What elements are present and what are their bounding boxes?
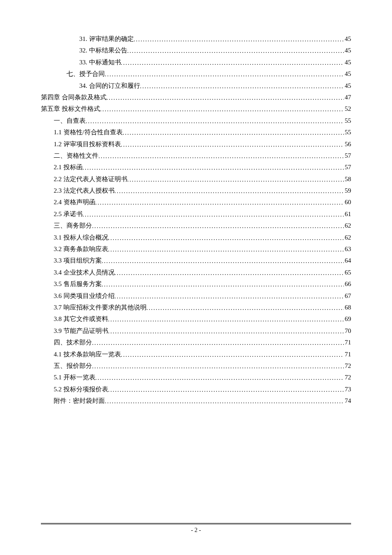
toc-entry-label: 3.7 响应招标文件要求的其他说明 (54, 302, 147, 313)
toc-dot-leader (92, 338, 344, 349)
toc-dot-leader (108, 384, 344, 396)
toc-entry-page: 58 (344, 173, 351, 185)
toc-entry-label: 3.9 节能产品证明书 (54, 325, 108, 337)
toc-dot-leader (108, 244, 344, 255)
toc-entry-label: 3.8 其它文件或资料 (54, 313, 108, 325)
toc-entry: 2.3 法定代表人授权书 59 (41, 185, 351, 197)
toc-entry-label: 31. 评审结果的确定 (79, 33, 134, 45)
toc-entry: 4.1 技术条款响应一览表 71 (41, 349, 351, 360)
toc-entry: 34. 合同的订立和履行 45 (41, 80, 351, 92)
toc-entry-label: 3.3 项目组织方案 (54, 255, 102, 266)
toc-entry-label: 5.2 投标分项报价表 (54, 384, 108, 395)
toc-entry-label: 2.5 承诺书 (54, 208, 83, 220)
toc-entry-label: 第五章 投标文件格式 (41, 103, 100, 115)
toc-entry: 第五章 投标文件格式 52 (41, 103, 351, 115)
toc-entry-page: 65 (344, 267, 351, 278)
toc-entry-page: 61 (344, 208, 351, 220)
toc-entry-label: 2.3 法定代表人授权书 (54, 185, 115, 197)
toc-entry: 3.9 节能产品证明书 70 (41, 325, 351, 337)
toc-entry-page: 47 (344, 92, 351, 103)
toc-entry-page: 70 (344, 325, 351, 337)
toc-entry: 31. 评审结果的确定 45 (41, 33, 351, 45)
toc-entry: 3.2 商务条款响应表 63 (41, 243, 351, 255)
toc-entry-label: 3.1 投标人综合概况 (54, 232, 108, 243)
toc-entry: 2.5 承诺书 61 (41, 208, 351, 220)
toc-entry-page: 74 (344, 395, 351, 407)
toc-entry-label: 五、报价部分 (54, 360, 92, 372)
toc-entry-page: 71 (344, 349, 351, 360)
toc-entry-page: 62 (344, 220, 351, 231)
toc-entry-page: 56 (344, 139, 351, 150)
toc-entry-page: 69 (344, 313, 351, 325)
toc-entry-page: 72 (344, 372, 351, 383)
toc-entry-label: 2.1 投标函 (54, 162, 83, 173)
toc-entry-page: 66 (344, 278, 351, 290)
toc-dot-leader (86, 116, 344, 127)
table-of-contents: 31. 评审结果的确定 45 32. 中标结果公告 45 33. 中标通知书 4… (41, 33, 351, 407)
toc-entry-page: 60 (344, 197, 351, 208)
toc-dot-leader (83, 162, 344, 173)
page-number: - 2 - (191, 527, 201, 534)
toc-entry-label: 三、商务部分 (54, 220, 92, 231)
toc-entry: 3.7 响应招标文件要求的其他说明 68 (41, 302, 351, 313)
toc-entry-label: 3.2 商务条款响应表 (54, 243, 108, 255)
toc-entry-page: 64 (344, 255, 351, 266)
toc-entry-label: 5.1 开标一览表 (54, 372, 95, 383)
toc-entry: 3.8 其它文件或资料 69 (41, 313, 351, 325)
toc-entry-label: 3.5 售后服务方案 (54, 278, 102, 290)
toc-entry-label: 2.4 资格声明函 (54, 197, 95, 208)
toc-dot-leader (140, 81, 344, 92)
toc-entry: 3.1 投标人综合概况 62 (41, 232, 351, 243)
toc-entry-page: 55 (344, 115, 351, 127)
toc-dot-leader (115, 268, 344, 279)
toc-entry: 3.5 售后服务方案 66 (41, 278, 351, 290)
toc-dot-leader (98, 151, 344, 162)
toc-entry-label: 32. 中标结果公告 (79, 45, 127, 56)
toc-dot-leader (105, 69, 344, 80)
document-page: 31. 评审结果的确定 45 32. 中标结果公告 45 33. 中标通知书 4… (0, 0, 392, 555)
toc-entry: 3.3 项目组织方案 64 (41, 255, 351, 266)
toc-entry-page: 68 (344, 302, 351, 313)
toc-dot-leader (102, 256, 344, 267)
toc-entry-page: 45 (344, 57, 351, 68)
toc-entry-page: 67 (344, 290, 351, 302)
toc-entry-label: 一、自查表 (54, 115, 86, 127)
toc-entry: 2.1 投标函 57 (41, 162, 351, 173)
toc-dot-leader (121, 139, 344, 150)
toc-dot-leader (121, 58, 344, 69)
toc-dot-leader (115, 291, 344, 302)
toc-entry: 五、报价部分 72 (41, 360, 351, 372)
toc-dot-leader (115, 186, 344, 197)
toc-entry: 33. 中标通知书 45 (41, 57, 351, 68)
toc-entry-page: 62 (344, 232, 351, 243)
toc-entry-label: 34. 合同的订立和履行 (79, 80, 140, 92)
toc-dot-leader (92, 221, 344, 232)
toc-entry: 1.1 资格性/符合性自查表 55 (41, 127, 351, 138)
toc-entry-page: 57 (344, 150, 351, 162)
toc-entry-page: 45 (344, 33, 351, 45)
toc-dot-leader (95, 373, 344, 384)
toc-entry: 32. 中标结果公告 45 (41, 45, 351, 56)
toc-dot-leader (107, 92, 344, 104)
toc-entry-label: 3.6 同类项目业绩介绍 (54, 290, 115, 302)
toc-dot-leader (100, 104, 344, 115)
toc-entry: 2.2 法定代表人资格证明书 58 (41, 173, 351, 185)
toc-dot-leader (105, 396, 344, 407)
toc-entry-label: 七、授予合同 (66, 68, 105, 80)
toc-entry: 七、授予合同 45 (41, 68, 351, 80)
toc-entry-page: 59 (344, 185, 351, 197)
toc-entry: 二、资格性文件 57 (41, 150, 351, 162)
toc-entry-page: 72 (344, 360, 351, 372)
toc-entry-page: 45 (344, 80, 351, 92)
toc-dot-leader (147, 303, 344, 314)
toc-entry-label: 第四章 合同条款及格式 (41, 92, 107, 103)
toc-entry-label: 附件：密封袋封面 (54, 395, 105, 407)
toc-entry-label: 四、技术部分 (54, 337, 92, 348)
page-footer: - 2 - (41, 523, 351, 534)
toc-dot-leader (127, 174, 344, 185)
toc-dot-leader (102, 279, 344, 290)
footer-rule (41, 523, 351, 524)
toc-dot-leader (92, 361, 344, 372)
toc-dot-leader (123, 127, 344, 139)
toc-entry: 5.2 投标分项报价表 73 (41, 384, 351, 395)
